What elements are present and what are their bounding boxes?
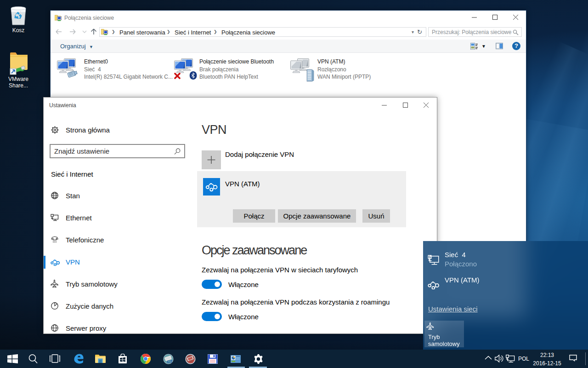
svg-text:GT: GT — [189, 359, 194, 364]
svg-text:GT: GT — [167, 359, 173, 364]
